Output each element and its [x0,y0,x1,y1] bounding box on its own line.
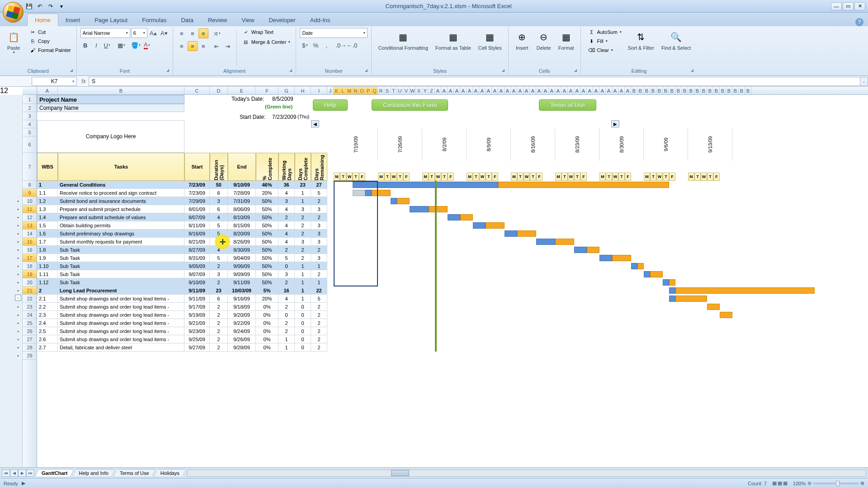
cell-pct[interactable]: 20% [256,189,278,197]
cell-task[interactable]: Sub Task [58,262,184,270]
cell-dc[interactable]: 1 [295,295,311,303]
tab-home[interactable]: Home [27,14,58,26]
cell-end[interactable]: 7/31/09 [228,197,256,205]
maximize-button[interactable]: ▭ [843,2,854,10]
cell-wbs[interactable]: 1.2 [37,197,58,205]
cell-duration[interactable]: 2 [210,303,228,311]
cell-end[interactable]: 9/04/09 [228,254,256,262]
cell-end[interactable]: 8/15/09 [228,221,256,230]
fill-button[interactable]: ⬇Fill▾ [586,37,623,45]
row-header[interactable]: 21 [23,286,37,295]
cell-end[interactable]: 9/16/09 [228,295,256,303]
view-normal-icon[interactable]: ▦ [772,480,777,486]
cell-wbs[interactable]: 1.4 [37,213,58,221]
column-header[interactable]: I [311,87,327,94]
cell-pct[interactable]: 50% [256,230,278,238]
column-header[interactable]: O [359,87,365,94]
cell-duration[interactable]: 2 [210,262,228,270]
cell-duration[interactable]: 5 [210,254,228,262]
cell-task[interactable]: Submit monthly requests for payment [58,238,184,246]
conditional-formatting-button[interactable]: ▦Conditional Formatting [375,28,431,67]
cell-start[interactable]: 9/11/09 [184,295,210,303]
cell-task[interactable]: Submit preliminary shop drawings [58,230,184,238]
column-header[interactable]: A [486,87,492,94]
cell-duration[interactable]: 2 [210,327,228,335]
bold-button[interactable]: B [80,40,90,50]
cell-duration[interactable]: 2 [210,343,228,352]
column-header[interactable]: B [58,87,184,94]
cell-wbs[interactable]: 2.7 [37,343,58,352]
column-header[interactable]: B [663,87,669,94]
row-header[interactable]: 7 [23,153,37,181]
cell-pct[interactable]: 0% [256,319,278,327]
cell-wd[interactable]: 0 [278,262,295,270]
sheet-tab[interactable]: GanttChart [36,469,73,477]
increase-indent-icon[interactable]: ⇥ [223,41,233,51]
horizontal-scrollbar[interactable] [187,469,866,477]
column-header-wbs[interactable]: WBS [37,153,58,181]
row-header[interactable]: 29 [23,352,37,360]
outline-collapse-icon[interactable]: − [15,295,21,301]
cell-wd[interactable]: 2 [278,327,295,335]
cell-dr[interactable]: 5 [311,189,327,197]
worksheet[interactable]: 1 2 ABCDEFGHIJKLMNOPQRSTUVWXYZAAAAAAAAAA… [0,87,868,467]
cell-task[interactable]: Detail, fabricate and deliver steel [58,343,184,352]
column-header[interactable]: U [397,87,403,94]
row-header[interactable]: 28 [23,343,37,352]
outline-level-1[interactable]: 1 [0,87,4,95]
row-header[interactable]: 3 [23,112,37,120]
cell-end[interactable]: 9/18/09 [228,303,256,311]
cell-start[interactable]: 8/31/09 [184,254,210,262]
cell-wbs[interactable]: 1 [37,181,58,189]
close-button[interactable]: ✕ [854,2,865,10]
column-header-end[interactable]: End [228,153,256,181]
cell-styles-button[interactable]: ▦Cell Styles [476,28,505,67]
cell-pct[interactable]: 50% [256,221,278,230]
cell-end[interactable]: 9/28/09 [228,343,256,352]
cell-dc[interactable]: 0 [295,335,311,343]
cell-duration[interactable]: 3 [210,270,228,278]
cell-dc[interactable]: 1 [295,197,311,205]
column-header[interactable]: A [479,87,486,94]
cell-pct[interactable]: 50% [256,197,278,205]
cell-dr[interactable]: 2 [311,319,327,327]
row-header[interactable]: 13 [23,221,37,230]
copy-button[interactable]: ⎘Copy [27,37,73,45]
cell-wd[interactable]: 2 [278,278,295,286]
cell-wd[interactable]: 36 [278,181,295,189]
column-header[interactable]: B [739,87,745,94]
cell-task[interactable]: Obtain building permits [58,221,184,230]
cell-wd[interactable]: 4 [278,221,295,230]
row-header[interactable]: 10 [23,197,37,205]
cell-task[interactable]: Sub Task [58,278,184,286]
column-header[interactable]: A [555,87,561,94]
column-header[interactable]: A [505,87,511,94]
row-header[interactable]: 19 [23,270,37,278]
insert-cells-button[interactable]: ⊕Insert [512,28,532,67]
column-header[interactable]: A [492,87,498,94]
cell-start[interactable]: 8/01/09 [184,205,210,213]
align-bottom-icon[interactable]: ≡ [198,28,208,38]
column-header[interactable]: C [184,87,210,94]
cell-task[interactable]: Sub Task [58,270,184,278]
font-name-dropdown[interactable]: Arial Narrow▾ [80,28,130,38]
column-header-pct_complete[interactable]: % Complete [256,153,278,181]
italic-button[interactable]: I [91,40,101,50]
decrease-indent-icon[interactable]: ⇤ [212,41,222,51]
minimize-button[interactable]: — [831,2,842,10]
cell-end[interactable]: 8/20/09 [228,230,256,238]
cell-start[interactable]: 8/07/09 [184,213,210,221]
align-left-icon[interactable]: ≡ [177,41,187,51]
row-header[interactable]: 24 [23,311,37,319]
row-header[interactable]: 1 [23,95,37,104]
row-header[interactable]: 25 [23,319,37,327]
cell-pct[interactable]: 50% [256,270,278,278]
column-header[interactable]: A [599,87,606,94]
font-size-dropdown[interactable]: 6▾ [131,28,147,38]
column-header[interactable]: B [637,87,644,94]
cell-duration[interactable]: 4 [210,213,228,221]
column-header-duration[interactable]: Duration (Days) [210,153,228,181]
column-header[interactable]: B [669,87,675,94]
number-format-dropdown[interactable]: Date▾ [300,28,368,38]
column-header[interactable]: B [713,87,720,94]
